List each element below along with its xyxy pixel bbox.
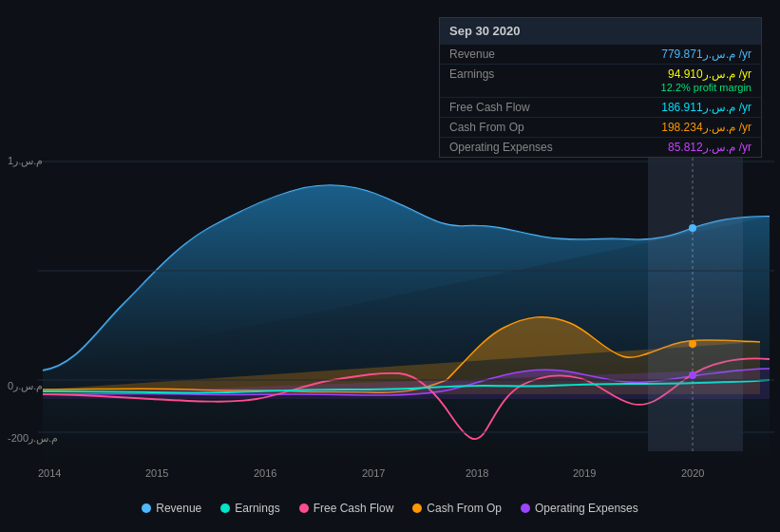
opex-dot — [689, 371, 696, 379]
tooltip-revenue-label: Revenue — [449, 48, 495, 61]
y-label-neg200: -200م.س.ر — [8, 432, 58, 445]
x-label-2020: 2020 — [681, 467, 704, 479]
tooltip-earnings-value: 94.910م.س.ر /yr12.2% profit margin — [661, 67, 751, 94]
tooltip-fcf-value: 186.911م.س.ر /yr — [661, 101, 751, 114]
tooltip-opex-row: Operating Expenses 85.812م.س.ر /yr — [440, 137, 761, 157]
x-label-2018: 2018 — [466, 467, 488, 479]
legend-label-revenue: Revenue — [156, 502, 201, 515]
legend-label-cashfromop: Cash From Op — [427, 502, 502, 515]
legend-label-earnings: Earnings — [235, 502, 279, 515]
x-label-2014: 2014 — [38, 467, 61, 479]
legend-dot-cashfromop — [412, 504, 422, 513]
revenue-dot — [689, 224, 696, 232]
legend-dot-opex — [521, 504, 530, 513]
tooltip-cashfromop-value: 198.234م.س.ر /yr — [661, 121, 751, 134]
profit-margin: 12.2% profit margin — [661, 82, 751, 93]
shaded-region — [648, 152, 743, 451]
x-label-2019: 2019 — [573, 467, 596, 479]
tooltip-box: Sep 30 2020 Revenue 779.871م.س.ر /yr Ear… — [439, 17, 762, 158]
legend-dot-fcf — [299, 504, 309, 513]
legend-opex[interactable]: Operating Expenses — [521, 502, 638, 515]
tooltip-opex-label: Operating Expenses — [449, 141, 553, 154]
tooltip-revenue-row: Revenue 779.871م.س.ر /yr — [440, 44, 761, 64]
tooltip-earnings-label: Earnings — [449, 67, 494, 94]
legend-label-opex: Operating Expenses — [535, 502, 638, 515]
x-label-2016: 2016 — [254, 467, 276, 479]
tooltip-earnings-row: Earnings 94.910م.س.ر /yr12.2% profit mar… — [440, 64, 761, 97]
chart-legend: Revenue Earnings Free Cash Flow Cash Fro… — [0, 502, 780, 515]
y-label-1b: 1م.س.ر — [8, 155, 43, 167]
cashfromop-dot — [689, 340, 696, 348]
x-label-2017: 2017 — [362, 467, 385, 479]
y-label-0: 0م.س.ر — [8, 380, 43, 392]
legend-dot-earnings — [220, 504, 230, 513]
tooltip-fcf-label: Free Cash Flow — [449, 101, 530, 114]
tooltip-opex-value: 85.812م.س.ر /yr — [668, 141, 751, 154]
legend-earnings[interactable]: Earnings — [220, 502, 279, 515]
chart-area: Sep 30 2020 Revenue 779.871م.س.ر /yr Ear… — [0, 0, 780, 532]
legend-cashfromop[interactable]: Cash From Op — [412, 502, 502, 515]
tooltip-title: Sep 30 2020 — [440, 18, 761, 44]
x-label-2015: 2015 — [145, 467, 168, 479]
tooltip-cashfromop-row: Cash From Op 198.234م.س.ر /yr — [440, 117, 761, 137]
legend-label-fcf: Free Cash Flow — [314, 502, 394, 515]
legend-revenue[interactable]: Revenue — [142, 502, 201, 515]
tooltip-cashfromop-label: Cash From Op — [449, 121, 524, 134]
tooltip-fcf-row: Free Cash Flow 186.911م.س.ر /yr — [440, 97, 761, 117]
legend-dot-revenue — [142, 504, 151, 513]
legend-fcf[interactable]: Free Cash Flow — [299, 502, 394, 515]
tooltip-revenue-value: 779.871م.س.ر /yr — [661, 48, 751, 61]
